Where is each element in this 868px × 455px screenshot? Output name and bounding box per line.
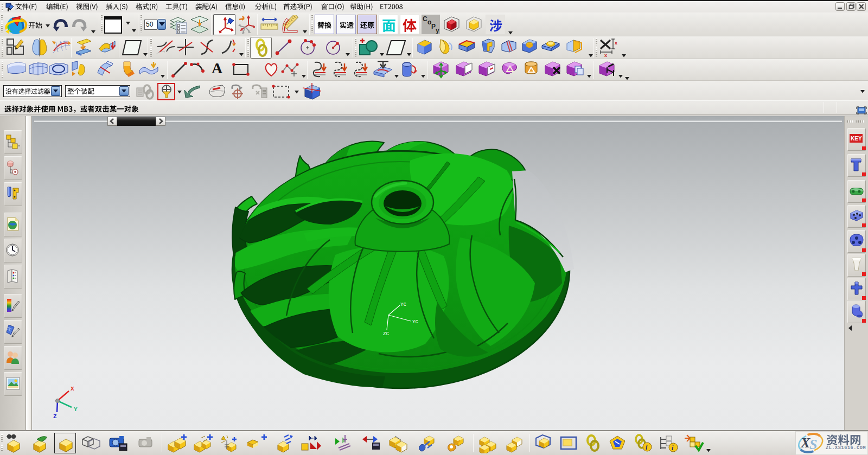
svg-text:x: x	[615, 40, 617, 46]
svg-text:X: X	[71, 386, 74, 392]
svg-text:YC: YC	[400, 302, 406, 307]
svg-text:S: S	[809, 437, 817, 452]
svg-text:P: P	[431, 23, 436, 30]
svg-text:ZC: ZC	[383, 331, 389, 337]
svg-text:C: C	[423, 15, 427, 23]
svg-text:Y: Y	[74, 406, 78, 413]
svg-text:YC: YC	[412, 319, 418, 325]
svg-text:Z: Z	[53, 413, 57, 420]
svg-text:x: x	[604, 53, 607, 57]
svg-text:KEY: KEY	[851, 136, 862, 142]
svg-text:y: y	[436, 27, 439, 34]
